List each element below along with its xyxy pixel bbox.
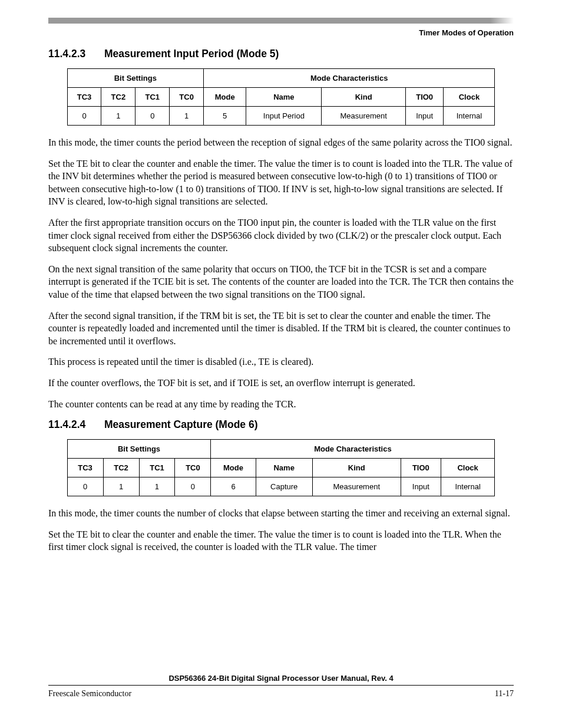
section-number: 11.4.2.3 <box>48 48 101 60</box>
section-title: Measurement Capture (Mode 6) <box>104 419 258 430</box>
cell: 1 <box>139 477 175 496</box>
paragraph: On the next signal transition of the sam… <box>48 263 514 301</box>
table-row: 0 1 1 0 6 Capture Measurement Input Inte… <box>67 477 495 496</box>
cell: 0 <box>175 477 211 496</box>
paragraph: Set the TE bit to clear the counter and … <box>48 528 514 554</box>
col-tc3: TC3 <box>67 459 103 477</box>
col-clock: Clock <box>441 459 495 477</box>
paragraph: If the counter overflows, the TOF bit is… <box>48 377 514 390</box>
col-tio0: TIO0 <box>401 459 441 477</box>
section-heading-mode6: 11.4.2.4 Measurement Capture (Mode 6) <box>48 419 514 431</box>
cell: Input <box>401 477 441 496</box>
group-header-bit-settings: Bit Settings <box>67 69 203 88</box>
group-header-mode-char: Mode Characteristics <box>211 440 495 459</box>
group-header-mode-char: Mode Characteristics <box>204 69 495 88</box>
mode5-table: Bit Settings Mode Characteristics TC3 TC… <box>67 68 495 126</box>
footer-page-number: 11-17 <box>495 689 514 699</box>
section-heading-mode5: 11.4.2.3 Measurement Input Period (Mode … <box>48 48 514 60</box>
page-footer: DSP56366 24-Bit Digital Signal Processor… <box>48 674 514 699</box>
col-tio0: TIO0 <box>405 88 444 107</box>
cell: Internal <box>441 477 495 496</box>
paragraph: After the first appropriate transition o… <box>48 216 514 255</box>
cell: 0 <box>67 107 101 126</box>
col-tc2: TC2 <box>103 459 139 477</box>
paragraph: The counter contents can be read at any … <box>48 398 514 411</box>
cell: 0 <box>67 477 103 496</box>
cell: 1 <box>101 107 135 126</box>
cell: Measurement <box>322 107 405 126</box>
cell: Input Period <box>246 107 322 126</box>
col-tc0: TC0 <box>170 88 204 107</box>
section-title: Measurement Input Period (Mode 5) <box>104 48 279 60</box>
paragraph: Set the TE bit to clear the counter and … <box>48 157 514 208</box>
cell: 0 <box>135 107 170 126</box>
col-kind: Kind <box>312 459 401 477</box>
col-tc3: TC3 <box>67 88 101 107</box>
page: Timer Modes of Operation 11.4.2.3 Measur… <box>0 0 562 728</box>
section-number: 11.4.2.4 <box>48 419 101 431</box>
col-tc2: TC2 <box>101 88 135 107</box>
col-tc1: TC1 <box>135 88 170 107</box>
paragraph: This process is repeated until the timer… <box>48 355 514 368</box>
cell: 6 <box>211 477 256 496</box>
col-mode: Mode <box>204 88 246 107</box>
cell: 5 <box>204 107 246 126</box>
col-name: Name <box>256 459 312 477</box>
cell: Capture <box>256 477 312 496</box>
cell: Internal <box>444 107 495 126</box>
table-row: 0 1 0 1 5 Input Period Measurement Input… <box>67 107 495 126</box>
cell: Measurement <box>312 477 401 496</box>
col-name: Name <box>246 88 322 107</box>
col-kind: Kind <box>322 88 405 107</box>
cell: 1 <box>170 107 204 126</box>
paragraph: After the second signal transition, if t… <box>48 309 514 348</box>
header-rule <box>48 18 514 24</box>
col-tc0: TC0 <box>175 459 211 477</box>
col-tc1: TC1 <box>139 459 175 477</box>
running-header: Timer Modes of Operation <box>48 28 514 37</box>
col-mode: Mode <box>211 459 256 477</box>
cell: Input <box>405 107 444 126</box>
paragraph: In this mode, the timer counts the numbe… <box>48 507 514 520</box>
footer-left: Freescale Semiconductor <box>48 689 131 699</box>
paragraph: In this mode, the timer counts the perio… <box>48 136 514 149</box>
cell: 1 <box>103 477 139 496</box>
col-clock: Clock <box>444 88 495 107</box>
footer-title: DSP56366 24-Bit Digital Signal Processor… <box>48 674 514 686</box>
mode6-table: Bit Settings Mode Characteristics TC3 TC… <box>67 439 495 496</box>
group-header-bit-settings: Bit Settings <box>67 440 211 459</box>
